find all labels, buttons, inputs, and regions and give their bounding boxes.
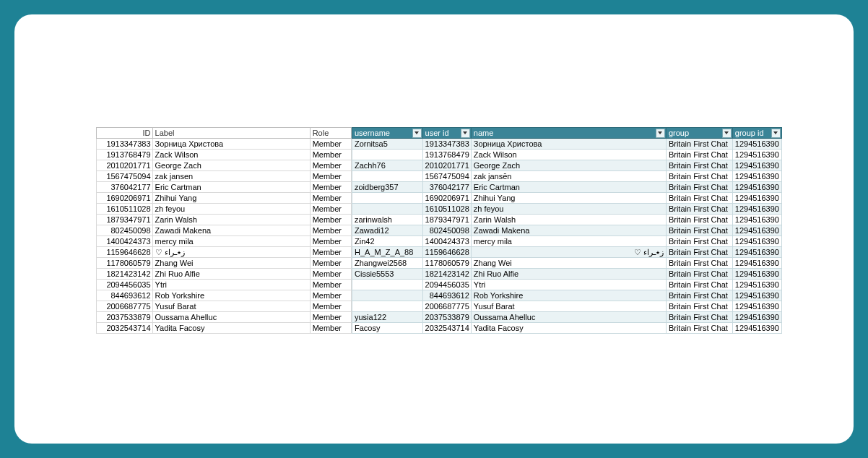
- cell-username: Facosy: [352, 323, 423, 334]
- cell-userid: 2094456035: [422, 280, 471, 290]
- cell-role: Member: [310, 247, 351, 258]
- cell-label: ♡ ز٭ـراء: [152, 247, 310, 258]
- table-row[interactable]: 1610511028zh feyouMember: [97, 204, 352, 215]
- table-row[interactable]: 2006687775Yusuf BaratBritain First Chat1…: [352, 301, 782, 312]
- table-row[interactable]: Cissie55531821423142Zhi Ruo AlfieBritain…: [352, 269, 782, 280]
- filter-dropdown-icon[interactable]: [722, 129, 732, 138]
- left-header-label[interactable]: Label: [152, 128, 310, 139]
- cell-name: Zawadi Makena: [471, 225, 666, 236]
- table-row[interactable]: 1567475094zak jansenMember: [97, 171, 352, 182]
- table-row[interactable]: yusia1222037533879Oussama AhellucBritain…: [352, 312, 782, 323]
- table-row[interactable]: 2037533879Oussama AhellucMember: [97, 312, 352, 323]
- table-row[interactable]: 2094456035YtriBritain First Chat12945163…: [352, 280, 782, 290]
- cell-id: 1610511028: [97, 204, 153, 215]
- table-row[interactable]: zarinwalsh1879347971Zarin WalshBritain F…: [352, 215, 782, 225]
- table-row[interactable]: 1879347971Zarin WalshMember: [97, 215, 352, 225]
- cell-username: Zhangwei2568: [352, 258, 423, 269]
- cell-username: [352, 301, 423, 312]
- cell-id: 1690206971: [97, 193, 153, 204]
- cell-id: 1913347383: [97, 139, 153, 150]
- table-row[interactable]: 1400424373mercy milaMember: [97, 236, 352, 247]
- cell-username: Zawadi12: [352, 225, 423, 236]
- cell-role: Member: [310, 182, 351, 193]
- table-row[interactable]: 1821423142Zhi Ruo AlfieMember: [97, 269, 352, 280]
- cell-group: Britain First Chat: [666, 280, 732, 290]
- table-row[interactable]: Zhangwei25681178060579Zhang WeiBritain F…: [352, 258, 782, 269]
- table-row[interactable]: 1567475094zak jansēnBritain First Chat12…: [352, 171, 782, 182]
- cell-label: Zack Wilson: [152, 150, 310, 160]
- cell-label: Yusuf Barat: [152, 301, 310, 312]
- cell-group: Britain First Chat: [666, 236, 732, 247]
- right-header-group[interactable]: group: [666, 128, 732, 139]
- cell-username: [352, 290, 423, 301]
- cell-role: Member: [310, 290, 351, 301]
- cell-label: Rob Yorkshire: [152, 290, 310, 301]
- cell-groupid: 1294516390: [732, 290, 781, 301]
- cell-id: 2037533879: [97, 312, 153, 323]
- table-row[interactable]: 1913347383Зорница ХристоваMember: [97, 139, 352, 150]
- table-row[interactable]: 2094456035YtriMember: [97, 280, 352, 290]
- table-row[interactable]: 802450098Zawadi MakenaMember: [97, 225, 352, 236]
- cell-name: mercy mila: [471, 236, 666, 247]
- cell-group: Britain First Chat: [666, 215, 732, 225]
- cell-username: [352, 280, 423, 290]
- table-row[interactable]: 844693612Rob YorkshireMember: [97, 290, 352, 301]
- cell-role: Member: [310, 269, 351, 280]
- right-header-userid[interactable]: user id: [422, 128, 471, 139]
- cell-group: Britain First Chat: [666, 258, 732, 269]
- table-row[interactable]: Zornitsa51913347383Зорница ХристоваBrita…: [352, 139, 782, 150]
- right-header-groupid[interactable]: group id: [732, 128, 781, 139]
- cell-role: Member: [310, 193, 351, 204]
- cell-group: Britain First Chat: [666, 312, 732, 323]
- table-row[interactable]: 2032543714Yadita FacosyMember: [97, 323, 352, 334]
- window-frame: ID Label Role 1913347383Зорница Христова…: [14, 14, 854, 444]
- filter-dropdown-icon[interactable]: [656, 129, 665, 138]
- cell-userid: 802450098: [422, 225, 471, 236]
- cell-userid: 2010201771: [422, 160, 471, 171]
- cell-label: Yadita Facosy: [152, 323, 310, 334]
- filter-dropdown-icon[interactable]: [412, 129, 422, 138]
- left-header-id[interactable]: ID: [97, 128, 153, 139]
- cell-name: Зорница Христова: [471, 139, 666, 150]
- right-header-username[interactable]: username: [352, 128, 423, 139]
- filter-dropdown-icon[interactable]: [461, 129, 470, 138]
- right-header-name[interactable]: name: [471, 128, 666, 139]
- table-row[interactable]: 1178060579Zhang WeiMember: [97, 258, 352, 269]
- cell-name: Ytri: [471, 280, 666, 290]
- table-row[interactable]: Zawadi12802450098Zawadi MakenaBritain Fi…: [352, 225, 782, 236]
- table-row[interactable]: 1690206971Zhihui YangBritain First Chat1…: [352, 193, 782, 204]
- cell-label: Ytri: [152, 280, 310, 290]
- cell-groupid: 1294516390: [732, 280, 781, 290]
- table-row[interactable]: 1913768479Zack WilsonMember: [97, 150, 352, 160]
- left-header-role[interactable]: Role: [310, 128, 351, 139]
- cell-userid: 376042177: [422, 182, 471, 193]
- table-row[interactable]: 1610511028zh feyouBritain First Chat1294…: [352, 204, 782, 215]
- right-table: username user id name group group id Zor…: [352, 127, 782, 334]
- cell-group: Britain First Chat: [666, 160, 732, 171]
- table-row[interactable]: 1690206971Zhihui YangMember: [97, 193, 352, 204]
- table-row[interactable]: Zachh762010201771George ZachBritain Firs…: [352, 160, 782, 171]
- cell-label: Zhi Ruo Alfie: [152, 269, 310, 280]
- cell-group: Britain First Chat: [666, 182, 732, 193]
- cell-username: yusia122: [352, 312, 423, 323]
- cell-groupid: 1294516390: [732, 204, 781, 215]
- cell-role: Member: [310, 312, 351, 323]
- cell-group: Britain First Chat: [666, 323, 732, 334]
- cell-name: Zarin Walsh: [471, 215, 666, 225]
- table-row[interactable]: 376042177Eric CartmanMember: [97, 182, 352, 193]
- table-row[interactable]: Facosy2032543714Yadita FacosyBritain Fir…: [352, 323, 782, 334]
- cell-username: Cissie5553: [352, 269, 423, 280]
- table-row[interactable]: 844693612Rob YorkshireBritain First Chat…: [352, 290, 782, 301]
- table-row[interactable]: H_A_M_Z_A_881159646628♡ ز٭ـراءBritain Fi…: [352, 247, 782, 258]
- table-row[interactable]: 2010201771George ZachMember: [97, 160, 352, 171]
- cell-username: Zornitsa5: [352, 139, 423, 150]
- filter-dropdown-icon[interactable]: [771, 129, 781, 138]
- cell-label: zh feyou: [152, 204, 310, 215]
- table-row[interactable]: 1159646628♡ ز٭ـراءMember: [97, 247, 352, 258]
- table-row[interactable]: 2006687775Yusuf BaratMember: [97, 301, 352, 312]
- cell-role: Member: [310, 301, 351, 312]
- table-row[interactable]: 1913768479Zack WilsonBritain First Chat1…: [352, 150, 782, 160]
- table-row[interactable]: Zin421400424373mercy milaBritain First C…: [352, 236, 782, 247]
- table-row[interactable]: zoidberg357376042177Eric CartmanBritain …: [352, 182, 782, 193]
- cell-groupid: 1294516390: [732, 236, 781, 247]
